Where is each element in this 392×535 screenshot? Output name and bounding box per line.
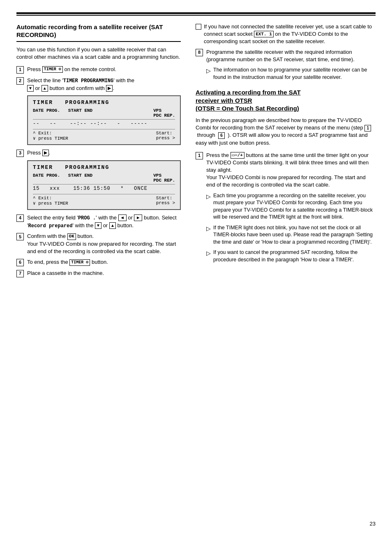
right-btn-3: ▶: [42, 150, 49, 156]
top-border: [16, 12, 376, 14]
step-7: 7 Place a cassette in the machine.: [16, 270, 181, 277]
step-8-note: ▷ The information on how to programme yo…: [206, 67, 376, 81]
right-kbd: ▶: [134, 214, 142, 221]
step-6: 6 To end, press the TIMER ⊙ button.: [16, 258, 181, 266]
left-column: Automatic recording from a satellite rec…: [16, 23, 181, 281]
record-prepared-mono: Record prepared: [28, 223, 72, 229]
prog-mono: PROG .: [78, 215, 96, 221]
note-r1-content: Each time you programme a recording on t…: [213, 192, 376, 221]
screen2-footer-right: Start:press >: [156, 196, 175, 206]
note-arrow-r2: ▷: [206, 225, 211, 233]
screen2-footer-left: ^ Exit:∨ press TIMER: [33, 196, 68, 206]
up-arrow-btn: ▲: [42, 85, 48, 92]
checkbox-icon: [196, 24, 201, 30]
mono-timer-prog: TIMER PROGRAMMING: [63, 78, 113, 84]
right-note-1: ▷ Each time you programme a recording on…: [206, 192, 376, 221]
step-num-3: 3: [16, 150, 24, 157]
bullet-row-1: If you have not connected the satellite …: [196, 23, 376, 46]
step-4: 4 Select the entry field 'PROG .' with t…: [16, 214, 181, 230]
intro-text: You can use this function if you own a s…: [16, 46, 181, 61]
minus-plus-kbd: ▭−/+: [231, 152, 244, 159]
step-5: 5 Confirm with the OK button. Your TV-VI…: [16, 233, 181, 255]
step-num-6: 6: [16, 259, 24, 266]
step-5-content: Confirm with the OK button. Your TV-VIDE…: [27, 233, 181, 255]
note-8-content: The information on how to programme your…: [213, 67, 376, 81]
section2-title: Activating a recording from the SAT rece…: [196, 88, 376, 113]
step-6-content: To end, press the TIMER ⊙ button.: [27, 258, 181, 266]
screen-box-2: TIMER PROGRAMMING DATE PROG. START END V…: [27, 160, 181, 210]
screen1-title: TIMER PROGRAMMING: [33, 99, 175, 106]
timer-kbd-1: TIMER ⊙: [42, 66, 63, 73]
right-step-num-1: 1: [196, 152, 203, 159]
ext1-kbd: EXT. 1: [254, 31, 274, 37]
screen1-col2-header: VPSPDC REP.: [153, 108, 175, 118]
timer-kbd-6: TIMER ⊙: [69, 259, 90, 266]
top-border-thin: [16, 15, 376, 16]
right-note-2: ▷ If the TIMER light does not blink, you…: [206, 224, 376, 246]
step-2: 2 Select the line 'TIMER PROGRAMMING' wi…: [16, 77, 181, 92]
screen2-title: TIMER PROGRAMMING: [33, 164, 175, 171]
note-r3-content: If you want to cancel the programmed SAT…: [213, 249, 376, 263]
section2-title-block: Activating a recording from the SAT rece…: [196, 88, 376, 113]
step-7-content: Place a cassette in the machine.: [27, 270, 181, 277]
left-section-title: Automatic recording from a satellite rec…: [16, 23, 181, 42]
screen2-col2-header: VPSPDC REP.: [153, 173, 175, 183]
screen-box-1: TIMER PROGRAMMING DATE PROG. START END V…: [27, 95, 181, 145]
page-container: Automatic recording from a satellite rec…: [0, 0, 392, 535]
down-arrow-btn: ▼: [27, 85, 34, 92]
step-8: 8 Programme the satellite receiver with …: [196, 48, 376, 63]
right-step-1-content: Press the ▭−/+ buttons at the same time …: [206, 152, 376, 189]
page-number: 23: [370, 521, 376, 527]
step-1: 1 Press TIMER ⊙ on the remote control.: [16, 66, 181, 74]
step-4-content: Select the entry field 'PROG .' with the…: [27, 214, 181, 230]
step-8-content: Programme the satellite receiver with th…: [206, 48, 376, 63]
note-r2-content: If the TIMER light does not blink, you h…: [213, 224, 376, 246]
section2-intro: In the previous paragraph we described h…: [196, 117, 376, 147]
note-arrow-r1: ▷: [206, 193, 211, 201]
down-arrow-btn-4: ▼: [95, 222, 101, 229]
step-num-2: 2: [16, 77, 24, 85]
step-3-content: Press ▶.: [27, 149, 181, 157]
note-arrow-r3: ▷: [206, 249, 211, 258]
bullet-1-content: If you have not connected the satellite …: [204, 23, 376, 46]
screen1-footer-left: ^ Exit:∨ press TIMER: [33, 131, 68, 141]
screen2-data-row: 15 xxx 15:36 15:50 * ONCE: [33, 186, 175, 191]
right-column: If you have not connected the satellite …: [196, 23, 376, 281]
screen1-footer-right: Start:press >: [156, 131, 175, 141]
step-2-content: Select the line 'TIMER PROGRAMMING' with…: [27, 77, 181, 92]
step-num-5: 5: [16, 233, 24, 240]
step-3: 3 Press ▶.: [16, 149, 181, 157]
step-num-1: 1: [16, 66, 24, 74]
note-arrow-8: ▷: [206, 67, 211, 75]
screen1-data-row: -- -- --:-- --:-- - -----: [33, 121, 175, 127]
ok-kbd: OK: [67, 233, 76, 240]
left-kbd: ◀: [118, 214, 127, 221]
screen1-col1-header: DATE PROG. START END: [33, 108, 92, 118]
step-ref-1: 1: [364, 125, 371, 131]
right-step-1: 1 Press the ▭−/+ buttons at the same tim…: [196, 152, 376, 189]
step-num-8: 8: [196, 49, 203, 56]
step-ref-6: 6: [218, 132, 225, 139]
step-num-4: 4: [16, 214, 24, 222]
step-1-content: Press TIMER ⊙ on the remote control.: [27, 66, 181, 73]
screen2-col1-header: DATE PROG. START END: [33, 173, 92, 183]
right-arrow-btn: ▶: [106, 85, 113, 92]
step-num-7: 7: [16, 270, 24, 277]
two-col-layout: Automatic recording from a satellite rec…: [16, 23, 376, 281]
up-arrow-btn-4: ▲: [109, 222, 116, 229]
right-note-3: ▷ If you want to cancel the programmed S…: [206, 249, 376, 263]
